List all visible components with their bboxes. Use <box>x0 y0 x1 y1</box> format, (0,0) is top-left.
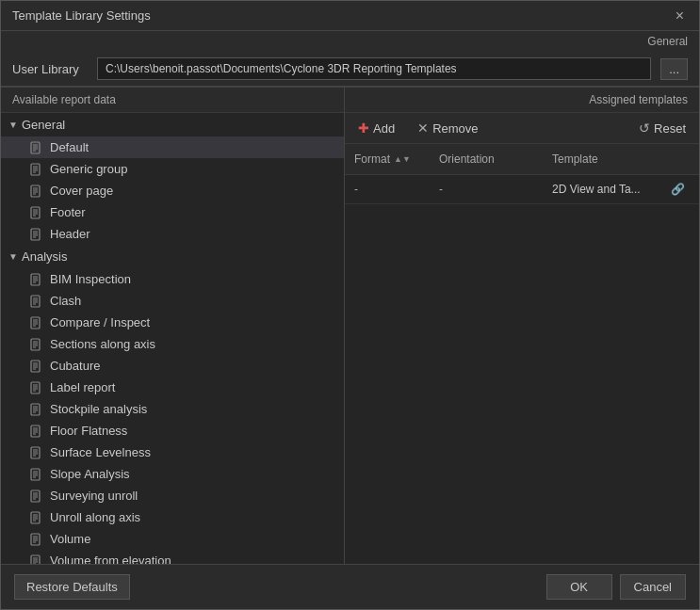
cell-template: 2D View and Ta... <box>543 179 661 200</box>
document-icon <box>27 403 44 416</box>
tree-item-unroll-along-axis[interactable]: Unroll along axis <box>1 506 344 528</box>
chevron-down-icon: ▼ <box>8 251 22 262</box>
analysis-children: BIM Inspection Clash <box>1 268 344 564</box>
tree-item-compare-inspect[interactable]: Compare / Inspect <box>1 312 344 333</box>
document-icon <box>27 163 44 176</box>
reset-button[interactable]: ↺ Reset <box>635 119 690 137</box>
tree-item-cover-page[interactable]: Cover page <box>1 180 344 201</box>
tree-item-header-label: Header <box>50 227 90 241</box>
tree-item-cubature-label: Cubature <box>50 359 100 373</box>
tree-group-analysis[interactable]: ▼ Analysis <box>1 245 344 268</box>
chevron-down-icon: ▼ <box>8 120 22 130</box>
ok-button[interactable]: OK <box>546 574 612 600</box>
tree-item-footer[interactable]: Footer <box>1 201 344 223</box>
tree-item-slope-analysis-label: Slope Analysis <box>50 467 130 481</box>
tree-group-general[interactable]: ▼ General <box>1 113 344 136</box>
svg-rect-70 <box>31 469 40 480</box>
document-icon <box>27 206 44 219</box>
cell-format: - <box>345 179 430 200</box>
svg-rect-55 <box>31 404 40 415</box>
document-icon <box>27 360 44 373</box>
cancel-button[interactable]: Cancel <box>620 574 686 600</box>
tree-item-cover-page-label: Cover page <box>50 184 113 198</box>
svg-rect-5 <box>31 164 40 175</box>
tree-item-volume-from-elevation[interactable]: Volume from elevation <box>1 550 344 564</box>
document-icon <box>27 468 44 481</box>
document-icon <box>27 490 44 503</box>
document-icon <box>27 425 44 438</box>
tree-item-sections-along-axis-label: Sections along axis <box>50 337 155 351</box>
tree-item-default[interactable]: Default <box>1 136 344 158</box>
tree-container: ▼ General <box>1 113 344 564</box>
svg-rect-40 <box>31 339 40 350</box>
document-icon <box>27 511 44 524</box>
user-library-row: User Library ... <box>1 52 699 87</box>
tree-item-default-label: Default <box>50 140 89 154</box>
bottom-bar: Restore Defaults OK Cancel <box>1 564 699 609</box>
tree-item-surveying-unroll[interactable]: Surveying unroll <box>1 485 344 506</box>
tree-item-floor-flatness-label: Floor Flatness <box>50 424 127 438</box>
document-icon <box>27 554 44 565</box>
svg-rect-75 <box>31 490 40 502</box>
svg-rect-25 <box>31 274 40 285</box>
document-icon <box>27 141 44 154</box>
tree-item-surveying-unroll-label: Surveying unroll <box>50 489 138 503</box>
tree-item-sections-along-axis[interactable]: Sections along axis <box>1 333 344 355</box>
svg-rect-35 <box>31 317 40 329</box>
tree-group-analysis-label: Analysis <box>22 249 67 264</box>
document-icon <box>27 381 44 394</box>
svg-rect-10 <box>31 185 40 197</box>
tree-item-clash[interactable]: Clash <box>1 290 344 312</box>
column-header-format: Format ▲▼ <box>345 149 430 169</box>
document-icon <box>27 316 44 329</box>
tree-item-bim-inspection[interactable]: BIM Inspection <box>1 268 344 290</box>
link-icon[interactable]: 🔗 <box>671 183 685 196</box>
document-icon <box>27 533 44 546</box>
svg-rect-85 <box>31 534 40 545</box>
svg-rect-50 <box>31 382 40 393</box>
title-bar: Template Library Settings × <box>1 1 699 31</box>
document-icon <box>27 185 44 198</box>
tree-item-stockpile-analysis[interactable]: Stockpile analysis <box>1 398 344 420</box>
tree-item-clash-label: Clash <box>50 294 81 308</box>
svg-rect-0 <box>31 142 40 153</box>
assigned-templates-header: Assigned templates <box>345 88 699 113</box>
tree-item-surface-levelness[interactable]: Surface Levelness <box>1 441 344 463</box>
cell-actions: 🔗 <box>661 179 699 200</box>
content-area: Available report data ▼ General <box>1 87 699 564</box>
svg-rect-20 <box>31 229 40 240</box>
document-icon <box>27 273 44 286</box>
tree-item-volume[interactable]: Volume <box>1 528 344 550</box>
document-icon <box>27 295 44 308</box>
tree-item-compare-inspect-label: Compare / Inspect <box>50 315 150 329</box>
tree-item-generic-group[interactable]: Generic group <box>1 158 344 180</box>
remove-button[interactable]: ✕ Remove <box>414 119 481 137</box>
tree-item-label-report[interactable]: Label report <box>1 377 344 398</box>
restore-defaults-button[interactable]: Restore Defaults <box>14 574 130 600</box>
tree-item-floor-flatness[interactable]: Floor Flatness <box>1 420 344 441</box>
dialog: Template Library Settings × General User… <box>0 0 700 610</box>
toolbar-row: ✚ Add ✕ Remove ↺ Reset <box>345 113 699 144</box>
tree-item-slope-analysis[interactable]: Slope Analysis <box>1 463 344 485</box>
add-button[interactable]: ✚ Add <box>354 119 399 137</box>
tree-item-surface-levelness-label: Surface Levelness <box>50 445 151 459</box>
reset-icon: ↺ <box>639 120 650 136</box>
document-icon <box>27 228 44 241</box>
table-row[interactable]: - - 2D View and Ta... 🔗 <box>345 175 699 204</box>
tree-item-cubature[interactable]: Cubature <box>1 355 344 377</box>
column-header-actions <box>661 149 699 169</box>
table-area: Format ▲▼ Orientation Template - - 2D Vi… <box>345 144 699 564</box>
column-header-orientation: Orientation <box>430 149 543 169</box>
close-button[interactable]: × <box>672 7 688 25</box>
tree-item-label-report-label: Label report <box>50 380 115 394</box>
plus-icon: ✚ <box>358 120 369 136</box>
user-library-path-input[interactable] <box>97 57 651 80</box>
right-panel: Assigned templates ✚ Add ✕ Remove ↺ Rese… <box>345 88 699 564</box>
browse-button[interactable]: ... <box>660 58 688 80</box>
general-section-label: General <box>1 31 699 52</box>
svg-rect-60 <box>31 425 40 437</box>
tree-item-volume-label: Volume <box>50 532 90 546</box>
tree-item-header[interactable]: Header <box>1 223 344 245</box>
svg-rect-45 <box>31 361 40 372</box>
column-header-template: Template <box>543 149 661 169</box>
